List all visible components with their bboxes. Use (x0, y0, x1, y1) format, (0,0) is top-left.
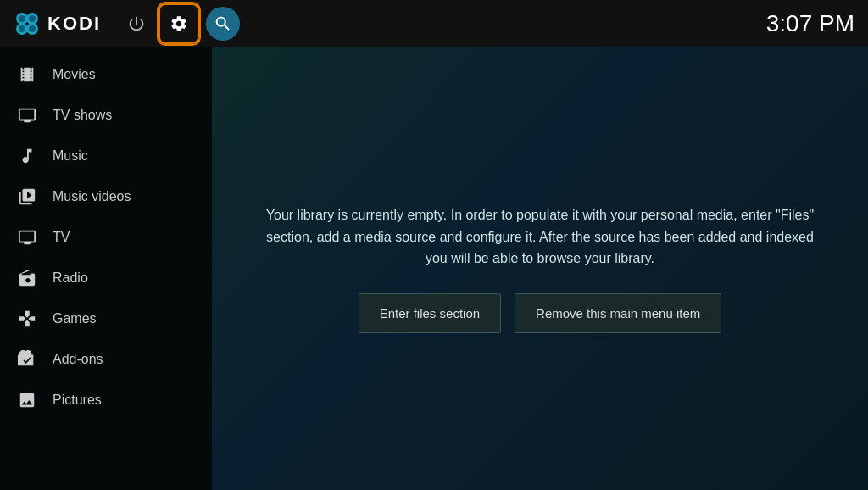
svg-point-5 (29, 15, 36, 22)
sidebar-label-musicvideos: Music videos (53, 189, 131, 204)
svg-point-7 (29, 25, 36, 32)
top-actions (121, 3, 240, 44)
sidebar-label-tvshows: TV shows (53, 108, 112, 123)
sidebar-item-pictures[interactable]: Pictures (0, 380, 212, 420)
sidebar-item-radio[interactable]: Radio (0, 258, 212, 298)
sidebar-label-pictures: Pictures (53, 393, 102, 408)
settings-button[interactable] (159, 3, 199, 44)
sidebar-label-games: Games (53, 311, 97, 326)
movies-icon (17, 64, 37, 85)
sidebar-item-addons[interactable]: Add-ons (0, 339, 212, 380)
sidebar-label-addons: Add-ons (53, 352, 103, 367)
tvshows-icon (17, 105, 37, 125)
kodi-logo-icon (14, 10, 41, 37)
sidebar-label-radio: Radio (53, 270, 88, 286)
sidebar-label-movies: Movies (53, 67, 96, 82)
sidebar-item-music[interactable]: Music (0, 136, 212, 176)
radio-icon (17, 268, 37, 288)
power-button[interactable] (121, 8, 152, 39)
kodi-title: KODI (47, 13, 101, 35)
power-icon (127, 14, 146, 33)
sidebar-label-music: Music (53, 148, 88, 164)
pictures-icon (17, 390, 37, 410)
action-buttons: Enter files section Remove this main men… (260, 293, 820, 333)
sidebar-nav: Movies TV shows Music Music videos TV (0, 47, 212, 490)
sidebar-item-games[interactable]: Games (0, 298, 212, 339)
enter-files-button[interactable]: Enter files section (359, 293, 501, 333)
sidebar-item-tv[interactable]: TV (0, 217, 212, 258)
kodi-logo: KODI (14, 10, 101, 37)
gear-icon (170, 14, 188, 33)
sidebar-item-movies[interactable]: Movies (0, 54, 212, 95)
sidebar-item-tvshows[interactable]: TV shows (0, 95, 212, 136)
svg-point-4 (19, 15, 25, 22)
content-area: Your library is currently empty. In orde… (212, 47, 868, 490)
music-icon (17, 146, 37, 166)
sidebar-label-tv: TV (53, 230, 70, 245)
top-bar: KODI 3:07 PM (0, 0, 868, 47)
musicvideos-icon (17, 187, 37, 207)
empty-library-panel: Your library is currently empty. In orde… (243, 187, 837, 350)
sidebar-item-musicvideos[interactable]: Music videos (0, 176, 212, 217)
main-area: Movies TV shows Music Music videos TV (0, 47, 868, 490)
search-button[interactable] (206, 7, 240, 41)
tv-icon (17, 227, 37, 248)
search-icon (214, 14, 232, 33)
addons-icon (17, 349, 37, 370)
svg-point-6 (19, 25, 25, 32)
remove-menu-item-button[interactable]: Remove this main menu item (515, 293, 721, 333)
games-icon (17, 309, 37, 329)
empty-library-message: Your library is currently empty. In orde… (260, 204, 820, 270)
clock-display: 3:07 PM (766, 10, 854, 37)
